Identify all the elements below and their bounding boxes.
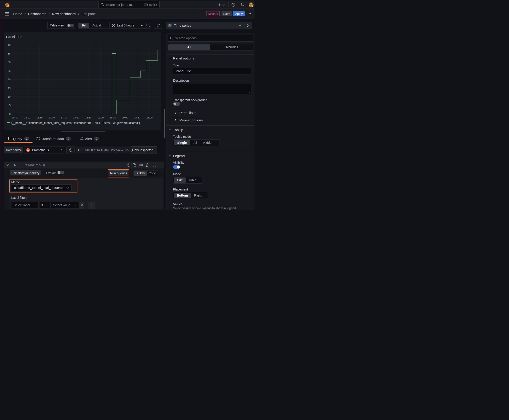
svg-text:15:30: 15:30: [12, 116, 18, 119]
svg-text:35: 35: [8, 52, 11, 55]
svg-text:21:00: 21:00: [146, 116, 153, 119]
svg-text:5: 5: [9, 104, 11, 106]
svg-text:20:30: 20:30: [134, 116, 140, 119]
svg-text:15: 15: [8, 87, 11, 90]
svg-text:18:30: 18:30: [85, 116, 91, 119]
svg-text:19:30: 19:30: [110, 116, 116, 119]
svg-text:25: 25: [8, 69, 11, 72]
svg-text:17:00: 17:00: [49, 116, 55, 119]
svg-text:17:30: 17:30: [61, 116, 67, 119]
svg-text:20: 20: [8, 78, 11, 81]
svg-text:16:30: 16:30: [36, 116, 43, 119]
svg-text:30: 30: [8, 61, 11, 63]
svg-text:16:00: 16:00: [24, 116, 30, 119]
svg-text:20:00: 20:00: [122, 116, 128, 119]
svg-text:19:00: 19:00: [97, 116, 104, 119]
svg-text:0: 0: [9, 113, 11, 115]
svg-text:10: 10: [8, 95, 11, 98]
svg-text:18:00: 18:00: [73, 116, 79, 119]
svg-text:40: 40: [8, 44, 11, 46]
